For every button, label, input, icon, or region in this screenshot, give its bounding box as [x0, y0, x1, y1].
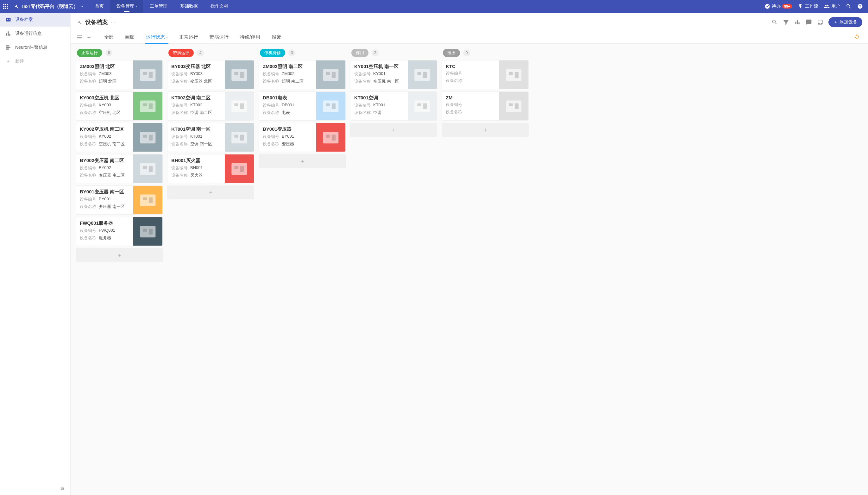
list-view-icon[interactable] — [76, 34, 83, 40]
sidebar-new-button[interactable]: ＋ 新建 — [0, 54, 70, 68]
device-card[interactable]: BY003变压器 北区设备编号BY003设备名称变压器 北区 — [167, 60, 254, 89]
todo-button[interactable]: 待办 99+ — [765, 3, 792, 9]
card-text: BY003变压器 北区设备编号BY003设备名称变压器 北区 — [168, 61, 225, 89]
user-button[interactable]: 用户 — [824, 3, 840, 9]
field-label-code: 设备编号 — [446, 71, 462, 76]
todo-badge: 99+ — [782, 4, 792, 8]
tab-1[interactable]: 画廊 — [124, 31, 135, 44]
device-card[interactable]: BY001变压器设备编号BY001设备名称变压器 — [259, 123, 346, 152]
svg-rect-29 — [240, 135, 244, 140]
add-card-button[interactable]: ＋ — [76, 248, 163, 262]
workflow-button[interactable]: 工作流 — [798, 3, 818, 9]
svg-rect-10 — [143, 135, 147, 138]
column-body: ZM002照明 南二区设备编号ZM002设备名称照明 南二区DB001电表设备编… — [259, 60, 346, 493]
card-code: KY001 — [373, 71, 386, 77]
topnav-item-2[interactable]: 工单管理 — [143, 0, 174, 13]
card-code: BY002 — [99, 165, 111, 171]
tab-6[interactable]: 报废 — [271, 31, 282, 44]
inbox-icon[interactable] — [817, 19, 823, 25]
device-card[interactable]: KT001空调 南一区设备编号KT001设备名称空调 南一区 — [167, 123, 254, 152]
field-label-name: 设备名称 — [80, 79, 96, 84]
topnav-item-3[interactable]: 基础数据 — [174, 0, 204, 13]
app-dropdown-icon[interactable]: ▾ — [81, 5, 83, 8]
comment-icon[interactable] — [806, 19, 812, 25]
stats-icon[interactable] — [794, 19, 801, 25]
card-thumbnail — [133, 217, 163, 246]
tab-4[interactable]: 带病运行 — [209, 31, 229, 44]
field-label-name: 设备名称 — [80, 172, 96, 178]
column-4: 报废0KTC设备编号设备名称ZM设备编号设备名称＋ — [442, 49, 529, 493]
device-card[interactable]: BH001灭火器设备编号BH001设备名称灭火器 — [167, 154, 254, 183]
tab-2[interactable]: 运行状态▾ — [145, 31, 168, 44]
topnav-item-4[interactable]: 操作文档 — [204, 0, 235, 13]
svg-rect-1 — [7, 19, 7, 20]
add-card-button[interactable]: ＋ — [259, 154, 346, 168]
device-card[interactable]: BY002变压器 南二区设备编号BY002设备名称变压器 南二区 — [76, 154, 163, 183]
filter-icon[interactable] — [783, 19, 789, 25]
field-label-name: 设备名称 — [171, 110, 188, 116]
topnav-item-0[interactable]: 首页 — [89, 0, 110, 13]
field-label-name: 设备名称 — [446, 78, 462, 84]
field-label-name: 设备名称 — [171, 172, 188, 178]
card-title: BY001变压器 南一区 — [80, 189, 130, 195]
svg-rect-20 — [149, 229, 153, 235]
svg-rect-41 — [332, 135, 336, 140]
add-card-button[interactable]: ＋ — [350, 123, 437, 137]
add-view-icon[interactable]: ＋ — [86, 34, 92, 40]
field-label-code: 设备编号 — [263, 103, 279, 108]
tabs-list: 全部画廊运行状态▾正常运行带病运行待修/停用报废 — [103, 31, 282, 44]
add-card-button[interactable]: ＋ — [442, 123, 529, 137]
device-card[interactable]: KY003空压机 北区设备编号KY003设备名称空压机 北区 — [76, 91, 163, 121]
kanban-board[interactable]: 正常运行6ZM003照明 北区设备编号ZM003设备名称照明 北区KY003空压… — [71, 44, 868, 495]
card-thumbnail — [225, 154, 254, 183]
svg-rect-48 — [506, 69, 521, 81]
tab-5[interactable]: 待修/停用 — [239, 31, 261, 44]
topnav-item-1[interactable]: 设备管理▾ — [110, 0, 143, 13]
device-card[interactable]: KTC设备编号设备名称 — [442, 60, 529, 89]
device-card[interactable]: ZM003照明 北区设备编号ZM003设备名称照明 北区 — [76, 60, 163, 89]
header-search-icon[interactable] — [771, 19, 778, 25]
card-text: FWQ001服务器设备编号FWQ001设备名称服务器 — [76, 217, 133, 245]
column-title-pill[interactable]: 报废 — [443, 49, 460, 57]
add-card-button[interactable]: ＋ — [167, 186, 254, 199]
help-icon[interactable] — [857, 3, 863, 9]
app-title[interactable]: IIoT零代码平台（明道云） — [22, 3, 78, 10]
device-card[interactable]: KY002空压机 南二区设备编号KY002设备名称空压机 南二区 — [76, 123, 163, 152]
card-title: DB001电表 — [263, 95, 312, 101]
svg-rect-35 — [332, 72, 336, 78]
add-device-button[interactable]: ＋ 添加设备 — [829, 17, 862, 27]
device-card[interactable]: KY001空压机 南一区设备编号KY001设备名称空压机 南一区 — [350, 60, 437, 89]
device-card[interactable]: KT001空调设备编号KT001设备名称空调 — [350, 91, 437, 121]
card-code: KT002 — [190, 103, 202, 108]
apps-icon[interactable] — [2, 3, 9, 10]
page-more-icon[interactable]: ··· — [111, 20, 115, 25]
tab-3[interactable]: 正常运行 — [178, 31, 199, 44]
sidebar-item-0[interactable]: 设备档案 — [0, 13, 70, 27]
column-header: 带病运行4 — [167, 49, 254, 57]
column-title-pill[interactable]: 正常运行 — [77, 49, 102, 57]
device-card[interactable]: ZM002照明 南二区设备编号ZM002设备名称照明 南二区 — [259, 60, 346, 89]
sidebar-item-2[interactable]: Neuron告警信息 — [0, 40, 70, 54]
sidebar-item-1[interactable]: 设备运行信息 — [0, 27, 70, 40]
column-title-pill[interactable]: 停机待修 — [260, 49, 285, 57]
field-label-name: 设备名称 — [171, 79, 188, 84]
svg-rect-11 — [149, 135, 153, 140]
tab-0[interactable]: 全部 — [103, 31, 114, 44]
svg-rect-27 — [232, 132, 247, 144]
search-icon[interactable] — [846, 3, 852, 9]
device-card[interactable]: FWQ001服务器设备编号FWQ001设备名称服务器 — [76, 217, 163, 246]
field-label-name: 设备名称 — [80, 235, 96, 241]
refresh-icon[interactable] — [852, 31, 862, 43]
device-card[interactable]: BY001变压器 南一区设备编号BY001设备名称变压器 南一区 — [76, 186, 163, 215]
people-icon — [824, 3, 830, 9]
device-card[interactable]: KT002空调 南二区设备编号KT002设备名称空调 南二区 — [167, 91, 254, 121]
device-card[interactable]: DB001电表设备编号DB001设备名称电表 — [259, 91, 346, 121]
card-text: KY001空压机 南一区设备编号KY001设备名称空压机 南一区 — [351, 61, 408, 89]
column-title-pill[interactable]: 带病运行 — [168, 49, 194, 57]
field-label-code: 设备编号 — [446, 102, 462, 108]
sidebar-collapse-button[interactable] — [0, 483, 70, 495]
device-card[interactable]: ZM设备编号设备名称 — [442, 91, 529, 121]
card-devname: 照明 南二区 — [282, 79, 304, 84]
column-count: 3 — [288, 49, 295, 56]
column-title-pill[interactable]: 停用 — [351, 49, 369, 57]
